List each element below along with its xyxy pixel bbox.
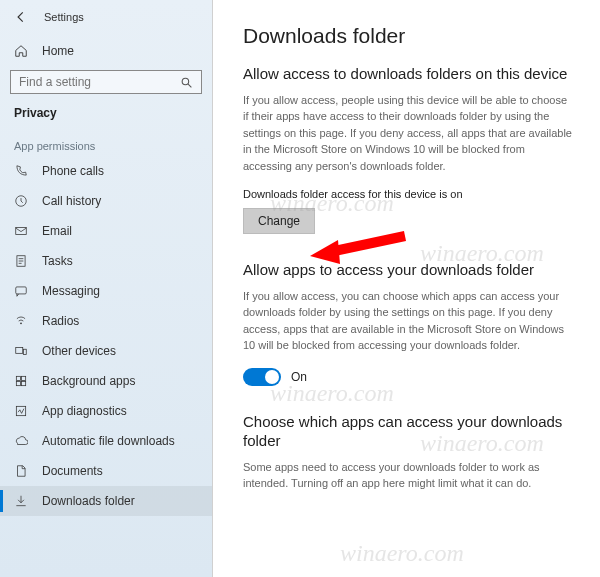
svg-rect-8 xyxy=(23,349,26,354)
svg-rect-5 xyxy=(16,287,27,294)
sidebar-item-label: Documents xyxy=(42,464,103,478)
sidebar-item-label: Background apps xyxy=(42,374,135,388)
section1-title: Allow access to downloads folders on thi… xyxy=(243,64,572,84)
sidebar-item-documents[interactable]: Documents xyxy=(0,456,212,486)
svg-rect-9 xyxy=(16,376,20,380)
sidebar-item-auto-file-downloads[interactable]: Automatic file downloads xyxy=(0,426,212,456)
radio-icon xyxy=(14,314,28,328)
download-icon xyxy=(14,494,28,508)
active-section-label: Privacy xyxy=(0,100,212,130)
window-title: Settings xyxy=(44,11,84,23)
section3-desc: Some apps need to access your downloads … xyxy=(243,459,572,492)
message-icon xyxy=(14,284,28,298)
sidebar-item-label: Automatic file downloads xyxy=(42,434,175,448)
email-icon xyxy=(14,224,28,238)
sidebar-item-call-history[interactable]: Call history xyxy=(0,186,212,216)
sidebar: Settings Home Privacy App permissions Ph… xyxy=(0,0,213,577)
back-button[interactable] xyxy=(14,10,28,24)
home-nav[interactable]: Home xyxy=(0,34,212,66)
devices-icon xyxy=(14,344,28,358)
svg-point-6 xyxy=(20,322,22,324)
section-header: App permissions xyxy=(0,130,212,156)
home-icon xyxy=(14,44,28,58)
svg-rect-10 xyxy=(22,376,26,380)
svg-rect-12 xyxy=(22,382,26,386)
home-label: Home xyxy=(42,44,74,58)
section1-status: Downloads folder access for this device … xyxy=(243,188,572,200)
sidebar-item-other-devices[interactable]: Other devices xyxy=(0,336,212,366)
section2-desc: If you allow access, you can choose whic… xyxy=(243,288,572,354)
titlebar: Settings xyxy=(0,0,212,34)
svg-rect-11 xyxy=(16,382,20,386)
section1-desc: If you allow access, people using this d… xyxy=(243,92,572,175)
change-button[interactable]: Change xyxy=(243,208,315,234)
sidebar-item-label: Radios xyxy=(42,314,79,328)
search-row xyxy=(0,66,212,100)
section2-title: Allow apps to access your downloads fold… xyxy=(243,260,572,280)
clock-icon xyxy=(14,194,28,208)
page-title: Downloads folder xyxy=(243,24,572,48)
sidebar-item-label: Other devices xyxy=(42,344,116,358)
svg-rect-7 xyxy=(16,348,23,354)
svg-line-1 xyxy=(188,84,191,87)
sidebar-item-label: Messaging xyxy=(42,284,100,298)
sidebar-item-email[interactable]: Email xyxy=(0,216,212,246)
sidebar-item-phone-calls[interactable]: Phone calls xyxy=(0,156,212,186)
sidebar-item-label: Email xyxy=(42,224,72,238)
sidebar-item-app-diagnostics[interactable]: App diagnostics xyxy=(0,396,212,426)
cloud-download-icon xyxy=(14,434,28,448)
document-icon xyxy=(14,464,28,478)
sidebar-item-downloads-folder[interactable]: Downloads folder xyxy=(0,486,212,516)
section3-title: Choose which apps can access your downlo… xyxy=(243,412,572,451)
sidebar-item-label: App diagnostics xyxy=(42,404,127,418)
sidebar-item-background-apps[interactable]: Background apps xyxy=(0,366,212,396)
svg-rect-13 xyxy=(16,406,25,415)
apps-icon xyxy=(14,374,28,388)
sidebar-item-label: Downloads folder xyxy=(42,494,135,508)
sidebar-item-messaging[interactable]: Messaging xyxy=(0,276,212,306)
sidebar-item-label: Phone calls xyxy=(42,164,104,178)
diagnostics-icon xyxy=(14,404,28,418)
tasks-icon xyxy=(14,254,28,268)
search-input[interactable] xyxy=(19,75,180,89)
sidebar-item-label: Tasks xyxy=(42,254,73,268)
toggle-label: On xyxy=(291,370,307,384)
phone-icon xyxy=(14,164,28,178)
svg-rect-3 xyxy=(16,228,27,235)
access-toggle[interactable] xyxy=(243,368,281,386)
sidebar-list[interactable]: Phone calls Call history Email Tasks Mes… xyxy=(0,156,212,577)
sidebar-item-label: Call history xyxy=(42,194,101,208)
sidebar-item-tasks[interactable]: Tasks xyxy=(0,246,212,276)
search-icon xyxy=(180,76,193,89)
search-box[interactable] xyxy=(10,70,202,94)
sidebar-item-radios[interactable]: Radios xyxy=(0,306,212,336)
svg-point-0 xyxy=(182,78,189,85)
main-content: Downloads folder Allow access to downloa… xyxy=(213,0,600,577)
toggle-row: On xyxy=(243,368,572,386)
